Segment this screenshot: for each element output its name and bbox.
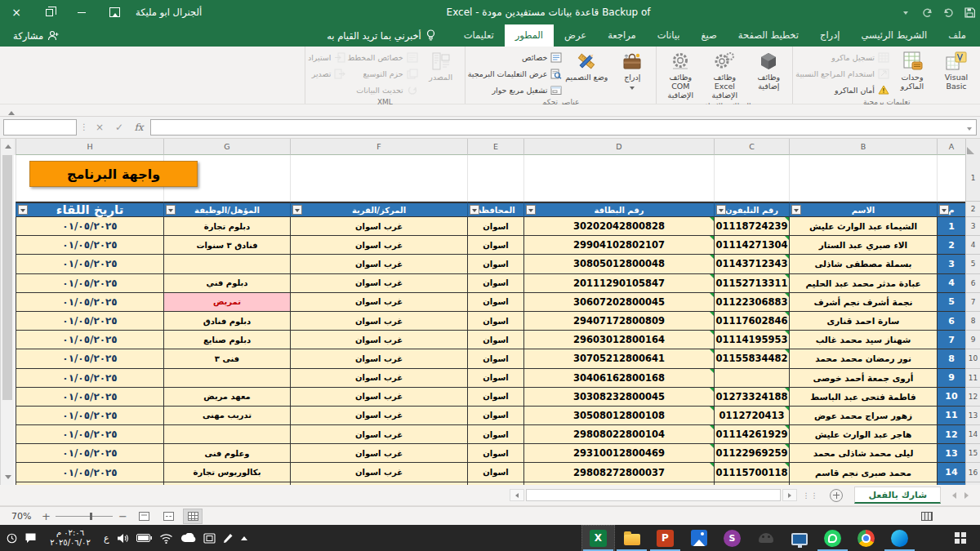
formula-bar-splitter[interactable]: ⋮ xyxy=(80,123,88,131)
cell-id[interactable]: 20111290105847 xyxy=(523,274,714,293)
filter-dropdown-icon[interactable] xyxy=(526,205,536,215)
qat-customize-icon[interactable] xyxy=(895,0,916,24)
filter-dropdown-icon[interactable] xyxy=(166,205,176,215)
row-header-11[interactable]: 11 xyxy=(965,369,980,388)
cell-qual[interactable] xyxy=(163,255,290,273)
taskbar-explorer-icon[interactable] xyxy=(615,525,648,551)
tab-splitter-handle[interactable]: ⋮⋮ xyxy=(802,491,818,500)
vertical-scroll-thumb[interactable] xyxy=(2,155,12,400)
empty-cell[interactable] xyxy=(714,155,789,202)
column-header-D[interactable]: D xyxy=(523,139,714,155)
cell-phone[interactable]: 01118724239 xyxy=(714,217,789,236)
cell-name[interactable]: هاجر عبد الوارث عليش xyxy=(789,425,937,444)
cell-date[interactable]: ٠١/٠٥/٢٠٢٥ xyxy=(16,369,163,388)
hscroll-left-icon[interactable] xyxy=(510,489,524,501)
cell-date[interactable]: ٠١/٠٥/٢٠٢٥ xyxy=(16,463,163,482)
row-header-15[interactable]: 15 xyxy=(965,444,980,463)
tab-file[interactable]: ملف xyxy=(938,24,977,47)
undo-icon[interactable] xyxy=(938,0,959,24)
cell-village[interactable]: غرب اسوان xyxy=(290,312,467,331)
row-header-4[interactable]: 4 xyxy=(965,236,980,255)
normal-view-button[interactable] xyxy=(183,509,203,524)
scroll-up-icon[interactable] xyxy=(1,139,15,153)
taskbar-edge-icon[interactable] xyxy=(883,525,916,551)
expand-formula-bar-icon[interactable] xyxy=(967,127,972,133)
cell-date[interactable]: ٠١/٠٥/٢٠٢٥ xyxy=(16,388,163,407)
filter-dropdown-icon[interactable] xyxy=(791,205,801,215)
cell-id[interactable]: 30705212800641 xyxy=(523,349,714,368)
cell-qual[interactable]: دبلوم صنايع xyxy=(163,331,290,349)
xml-source-button[interactable]: المصدر xyxy=(420,47,462,96)
cell-village[interactable]: غرب اسوان xyxy=(290,425,467,444)
cell-num[interactable]: 10 xyxy=(937,388,965,407)
pen-icon[interactable] xyxy=(223,533,234,544)
cell-num[interactable]: 1 xyxy=(937,217,965,236)
page-layout-view-button[interactable] xyxy=(134,509,154,524)
row-header-7[interactable]: 7 xyxy=(965,293,980,312)
cell-name[interactable]: أروى جمعة أحمد خوصى xyxy=(789,369,937,388)
cell-phone[interactable] xyxy=(714,369,789,388)
battery-icon[interactable] xyxy=(136,534,152,542)
cell-id[interactable]: 29808022800104 xyxy=(523,425,714,444)
sheet-nav-next-icon[interactable] xyxy=(949,492,956,499)
cell-date[interactable]: ٠١/٠٥/٢٠٢٥ xyxy=(16,425,163,444)
cell-qual[interactable] xyxy=(163,425,290,444)
tab-home[interactable]: الشريط الرئيسي xyxy=(850,24,938,47)
cell-num[interactable]: 14 xyxy=(937,463,965,482)
cell-phone[interactable]: 01122306883 xyxy=(714,293,789,312)
taskbar-whatsapp-icon[interactable] xyxy=(816,525,849,551)
cell-num[interactable]: 3 xyxy=(937,255,965,273)
cell-gov[interactable]: اسوان xyxy=(467,331,523,349)
cell-num[interactable]: 7 xyxy=(937,331,965,349)
row-header-2[interactable]: 2 xyxy=(965,202,980,217)
cell-qual[interactable]: دبلوم فني xyxy=(163,274,290,293)
cell-qual[interactable]: بكالوريوس تجارة xyxy=(163,463,290,482)
tab-developer[interactable]: المطور xyxy=(505,24,554,47)
insert-function-icon[interactable]: fx xyxy=(131,122,147,133)
table-header-qual[interactable]: المؤهل/الوظيفة xyxy=(163,202,290,217)
interface-button[interactable]: واجهة البرنامج xyxy=(29,161,198,187)
column-header-B[interactable]: B xyxy=(789,139,937,155)
start-button[interactable] xyxy=(944,525,977,551)
row-header-12[interactable]: 12 xyxy=(965,388,980,407)
cell-name[interactable]: فاطمة فتحى عبد الباسط xyxy=(789,388,937,407)
cell-gov[interactable]: اسوان xyxy=(467,463,523,482)
cell-village[interactable]: غرب اسوان xyxy=(290,274,467,293)
cell-name[interactable]: نجمة أشرف نجم أشرف xyxy=(789,293,937,312)
filter-dropdown-icon[interactable] xyxy=(292,205,302,215)
zoom-level[interactable]: 70% xyxy=(11,511,31,522)
run-dialog-button[interactable]: تشغيل مربع حوار xyxy=(468,83,563,96)
cell-phone[interactable]: 0112720413 xyxy=(714,407,789,425)
cell-phone[interactable]: 01114261929 xyxy=(714,425,789,444)
cell-num[interactable]: 12 xyxy=(937,425,965,444)
cell-phone[interactable]: 01114271304 xyxy=(714,236,789,255)
taskbar-clock[interactable]: ٠٢:٠٦ م ٢٠٢٥/٠٦/٠٢ xyxy=(44,528,96,549)
cell-phone[interactable]: 01114195953 xyxy=(714,331,789,349)
cell-name[interactable]: الشيماء عبد الوارث عليش xyxy=(789,217,937,236)
column-header-E[interactable]: E xyxy=(467,139,523,155)
cell-num[interactable]: 9 xyxy=(937,369,965,388)
cell-village[interactable]: غرب اسوان xyxy=(290,388,467,407)
language-indicator[interactable]: ع xyxy=(104,533,109,544)
column-header-G[interactable]: G xyxy=(163,139,290,155)
cell-num[interactable]: 2 xyxy=(937,236,965,255)
row-header-10[interactable]: 10 xyxy=(965,349,980,368)
cell-gov[interactable]: اسوان xyxy=(467,274,523,293)
cell-name[interactable]: بسملة مصطفى شاذلى xyxy=(789,255,937,273)
filter-dropdown-icon[interactable] xyxy=(939,205,949,215)
view-code-button[interactable]: عرض التعليمات البرمجية xyxy=(468,67,563,80)
new-sheet-icon[interactable] xyxy=(830,489,843,502)
cell-village[interactable]: غرب اسوان xyxy=(290,255,467,273)
cell-qual[interactable]: دبلوم فنادق xyxy=(163,312,290,331)
cell-num[interactable]: 13 xyxy=(937,444,965,463)
cell-village[interactable]: غرب اسوان xyxy=(290,463,467,482)
cell-gov[interactable]: اسوان xyxy=(467,425,523,444)
account-name[interactable]: ألجنرال ابو مليكة xyxy=(136,7,202,18)
table-header-village[interactable]: المركز/القرية xyxy=(290,202,467,217)
cell-num[interactable]: 11 xyxy=(937,407,965,425)
tab-data[interactable]: بيانات xyxy=(647,24,691,47)
cell-village[interactable]: غرب اسوان xyxy=(290,349,467,368)
cell-id[interactable]: 30607202800045 xyxy=(523,293,714,312)
cell-id[interactable]: 29904102802107 xyxy=(523,236,714,255)
taskbar-settings-app-icon[interactable]: S xyxy=(715,525,749,551)
